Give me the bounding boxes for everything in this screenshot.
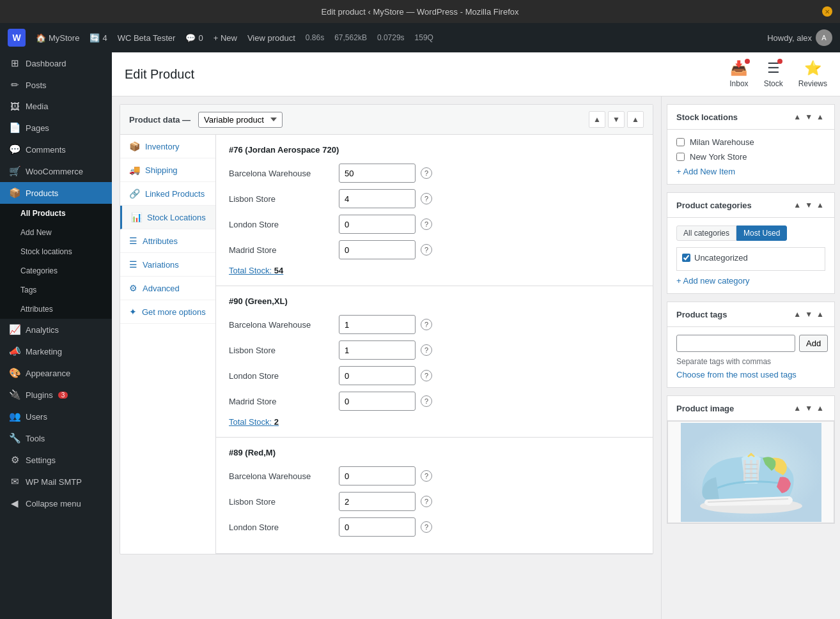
image-panel-up[interactable]: ▲: [792, 402, 802, 414]
london-field-1[interactable]: [339, 215, 416, 233]
barcelona-field-2[interactable]: [339, 316, 416, 333]
sidebar-item-pages[interactable]: 📄 Pages: [0, 117, 112, 139]
tags-panel-collapse[interactable]: ▲: [815, 309, 825, 320]
lisbon-field-2[interactable]: [339, 341, 416, 359]
london-input-3[interactable]: ▲ ▼: [339, 517, 416, 537]
sidebar-item-categories[interactable]: Categories: [0, 261, 112, 280]
arrow-collapse-button[interactable]: ▲: [627, 111, 644, 128]
new-york-store-checkbox[interactable]: [676, 153, 685, 161]
sidebar-item-appearance[interactable]: 🎨 Appearance: [0, 362, 112, 384]
stock-panel-up[interactable]: ▲: [792, 111, 802, 123]
wp-logo[interactable]: W: [8, 29, 26, 47]
madrid-input-1[interactable]: ▲ ▼: [339, 240, 416, 259]
help-icon-4[interactable]: ?: [421, 244, 432, 256]
stock-button[interactable]: ☰ Stock: [764, 60, 783, 88]
london-input-1[interactable]: ▲ ▼: [339, 215, 416, 234]
tab-attributes[interactable]: ☰ Attributes: [120, 229, 215, 253]
tab-shipping[interactable]: 🚚 Shipping: [120, 158, 215, 182]
add-new-category-link[interactable]: + Add new category: [676, 276, 750, 286]
admin-bar-view-product[interactable]: View product: [247, 33, 295, 43]
image-panel-collapse[interactable]: ▲: [815, 402, 825, 414]
help-icon-11[interactable]: ?: [421, 521, 432, 533]
stock-panel-collapse[interactable]: ▲: [815, 111, 825, 123]
help-icon-9[interactable]: ?: [421, 470, 432, 482]
tab-inventory[interactable]: 📦 Inventory: [120, 135, 215, 158]
help-icon-6[interactable]: ?: [421, 344, 432, 356]
sidebar-item-attributes[interactable]: Attributes: [0, 300, 112, 319]
choose-tags-link[interactable]: Choose from the most used tags: [676, 370, 797, 379]
sidebar-item-settings[interactable]: ⚙ Settings: [0, 449, 112, 471]
add-tag-button[interactable]: Add: [799, 335, 828, 352]
tab-advanced[interactable]: ⚙ Advanced: [120, 277, 215, 300]
sidebar-item-users[interactable]: 👥 Users: [0, 406, 112, 427]
sidebar-item-tools[interactable]: 🔧 Tools: [0, 427, 112, 449]
product-type-select[interactable]: Variable product Simple product Grouped …: [198, 112, 283, 128]
inbox-button[interactable]: 📥 Inbox: [729, 60, 748, 88]
help-icon-7[interactable]: ?: [421, 370, 432, 381]
madrid-input-2[interactable]: ▲ ▼: [339, 392, 416, 411]
cat-panel-up[interactable]: ▲: [792, 199, 802, 211]
most-used-tab[interactable]: Most Used: [736, 225, 787, 241]
browser-close-button[interactable]: ✕: [822, 6, 832, 17]
reviews-button[interactable]: ⭐ Reviews: [798, 60, 827, 88]
sidebar-item-posts[interactable]: ✏ Posts: [0, 74, 112, 96]
barcelona-input-2[interactable]: ▲ ▼: [339, 315, 416, 334]
sidebar-item-media[interactable]: 🖼 Media: [0, 96, 112, 117]
sidebar-item-marketing[interactable]: 📣 Marketing: [0, 340, 112, 362]
admin-bar-comments[interactable]: 💬 0: [185, 33, 203, 43]
sidebar-item-stock-locations[interactable]: Stock locations: [0, 242, 112, 261]
admin-bar-updates[interactable]: 🔄 4: [89, 33, 107, 43]
sidebar-item-products[interactable]: 📦 Products: [0, 182, 112, 204]
help-icon-2[interactable]: ?: [421, 193, 432, 204]
sidebar-item-comments[interactable]: 💬 Comments: [0, 139, 112, 160]
barcelona-input-3[interactable]: ▲ ▼: [339, 466, 416, 485]
admin-bar-site[interactable]: 🏠 MyStore: [36, 33, 79, 43]
sidebar-item-woocommerce[interactable]: 🛒 WooCommerce: [0, 160, 112, 182]
lisbon-input-2[interactable]: ▲ ▼: [339, 340, 416, 360]
tab-variations[interactable]: ☰ Variations: [120, 253, 215, 277]
admin-bar-beta[interactable]: WC Beta Tester: [118, 33, 176, 43]
admin-bar-new[interactable]: + New: [214, 33, 237, 43]
product-image-box[interactable]: [667, 421, 834, 523]
arrow-down-button[interactable]: ▼: [608, 111, 625, 128]
total-stock-link-76[interactable]: Total Stock: 54: [229, 266, 283, 275]
barcelona-field-3[interactable]: [339, 467, 416, 485]
madrid-field-2[interactable]: [339, 392, 416, 410]
help-icon-5[interactable]: ?: [421, 319, 432, 330]
tags-input[interactable]: [676, 335, 795, 352]
image-panel-down[interactable]: ▼: [804, 402, 814, 414]
help-icon-1[interactable]: ?: [421, 167, 432, 179]
help-icon-10[interactable]: ?: [421, 496, 432, 507]
admin-bar-howdy[interactable]: Howdy, alex A: [767, 29, 832, 46]
tab-get-more[interactable]: ✦ Get more options: [120, 300, 215, 324]
sidebar-item-dashboard[interactable]: ⊞ Dashboard: [0, 52, 112, 74]
madrid-field-1[interactable]: [339, 241, 416, 259]
sidebar-item-analytics[interactable]: 📈 Analytics: [0, 319, 112, 340]
sidebar-item-add-new[interactable]: Add New: [0, 223, 112, 242]
tags-panel-up[interactable]: ▲: [792, 309, 802, 320]
tags-panel-down[interactable]: ▼: [804, 309, 814, 320]
london-input-2[interactable]: ▲ ▼: [339, 366, 416, 385]
help-icon-8[interactable]: ?: [421, 395, 432, 407]
stock-panel-down[interactable]: ▼: [804, 111, 814, 123]
lisbon-input-1[interactable]: ▲ ▼: [339, 189, 416, 208]
lisbon-field-1[interactable]: [339, 190, 416, 208]
tab-linked-products[interactable]: 🔗 Linked Products: [120, 182, 215, 206]
uncategorized-checkbox[interactable]: [682, 254, 690, 262]
help-icon-3[interactable]: ?: [421, 218, 432, 230]
sidebar-item-wp-mail-smtp[interactable]: ✉ WP Mail SMTP: [0, 471, 112, 493]
cat-panel-collapse[interactable]: ▲: [815, 199, 825, 211]
barcelona-input-1[interactable]: ▲ ▼: [339, 164, 416, 183]
lisbon-input-3[interactable]: ▲ ▼: [339, 492, 416, 511]
add-new-item-link[interactable]: + Add New Item: [676, 167, 735, 176]
sidebar-item-plugins[interactable]: 🔌 Plugins 3: [0, 384, 112, 406]
cat-panel-down[interactable]: ▼: [804, 199, 814, 211]
milan-warehouse-checkbox[interactable]: [676, 138, 685, 146]
barcelona-field-1[interactable]: [339, 164, 416, 182]
all-categories-tab[interactable]: All categories: [676, 225, 736, 241]
tab-stock-locations[interactable]: 📊 Stock Locations: [120, 206, 215, 229]
london-field-2[interactable]: [339, 367, 416, 385]
arrow-up-button[interactable]: ▲: [589, 111, 605, 128]
total-stock-link-90[interactable]: Total Stock: 2: [229, 417, 279, 427]
lisbon-field-3[interactable]: [339, 493, 416, 510]
